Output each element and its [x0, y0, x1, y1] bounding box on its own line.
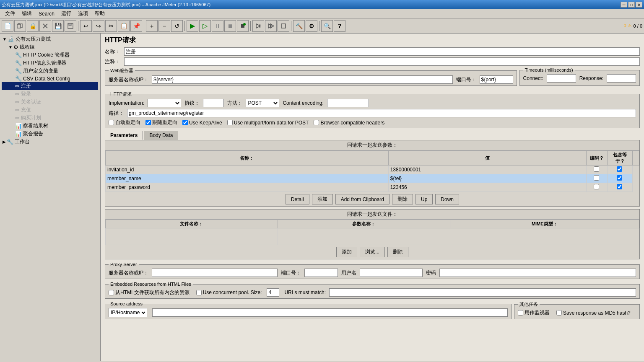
menu-run[interactable]: 运行 [58, 9, 75, 18]
protocol-input[interactable] [203, 99, 224, 107]
copy-button[interactable]: 📋 [118, 20, 130, 32]
tree-item-workbench[interactable]: ▶ 🔧 工作台 [2, 138, 98, 146]
play-button[interactable]: ▶ [187, 20, 198, 32]
tree-item-register[interactable]: ✏ 注册 [2, 82, 98, 90]
embedded-checkbox[interactable] [109, 290, 114, 295]
menu-options[interactable]: 选项 [75, 9, 91, 18]
table-row[interactable]: invitation_id 13800000001 [106, 165, 639, 174]
expand-button[interactable]: + [146, 20, 158, 32]
closetest-button[interactable] [39, 20, 51, 32]
tree-item-httpcookie[interactable]: 🔧 HTTP Cookie 管理器 [2, 51, 98, 59]
tree-item-csvdata[interactable]: 🔧 CSV Data Set Config [2, 75, 98, 82]
method-select[interactable]: POST GET [246, 99, 279, 107]
savemd5-checkbox[interactable] [556, 310, 562, 315]
remote-startall-button[interactable] [265, 20, 277, 32]
paste-button[interactable]: 📌 [130, 20, 142, 32]
follow-redirect-checkbox[interactable] [145, 120, 151, 125]
port-input[interactable] [480, 75, 513, 84]
param-value-cell[interactable]: 123456 [388, 183, 586, 192]
urls-input[interactable] [329, 288, 636, 297]
menu-file[interactable]: 文件 [2, 9, 18, 18]
menu-search[interactable]: Search [35, 10, 58, 18]
down-param-button[interactable]: Down [435, 194, 459, 204]
param-name-cell[interactable]: member_name [106, 174, 389, 183]
minimize-button[interactable]: ─ [621, 2, 627, 8]
saveas-button[interactable] [65, 20, 76, 32]
proxy-user-input[interactable] [360, 269, 423, 277]
tab-parameters[interactable]: Parameters [105, 131, 143, 140]
include-checkbox[interactable] [617, 175, 622, 181]
follow-redirect-label[interactable]: 跟随重定向 [145, 119, 177, 126]
close-button[interactable]: ✕ [636, 2, 642, 8]
proxy-password-input[interactable] [439, 269, 636, 277]
param-value-cell[interactable]: 13800000001 [388, 165, 586, 174]
add-file-button[interactable]: 添加 [336, 247, 357, 257]
add-from-clipboard-button[interactable]: Add from Clipboard [335, 194, 390, 204]
connect-input[interactable] [547, 74, 576, 83]
stop-button[interactable]: ⏹ [224, 20, 236, 32]
undo-button[interactable]: ↩ [80, 20, 92, 32]
tab-bodydata[interactable]: Body Data [144, 131, 178, 140]
param-include-cell[interactable] [608, 174, 633, 183]
concurrent-checkbox[interactable] [196, 290, 202, 295]
browse-file-button[interactable]: 浏览... [360, 247, 385, 257]
browser-compat-checkbox[interactable] [314, 120, 319, 125]
source-value-input[interactable] [152, 308, 508, 317]
proxy-port-input[interactable] [304, 269, 338, 277]
detail-button[interactable]: Detail [286, 194, 309, 204]
param-encode-cell[interactable] [587, 174, 608, 183]
delete-file-button[interactable]: 删除 [387, 247, 408, 257]
embedded-checkbox-label[interactable]: 从HTML文件获取所有内含的资源 [109, 289, 190, 296]
params-scroll[interactable]: 名称： 值 编码？ 包含等于？ invitation_id 1380000000… [105, 150, 639, 192]
include-checkbox[interactable] [617, 166, 622, 172]
name-input[interactable] [124, 47, 640, 56]
monitor-label[interactable]: 用作监视器 [518, 309, 550, 316]
menu-edit[interactable]: 编辑 [18, 9, 35, 18]
keepalive-checkbox[interactable] [182, 120, 188, 125]
tree-item-report[interactable]: 📊 聚合报告 [2, 130, 98, 138]
monitor-checkbox[interactable] [518, 310, 523, 315]
browser-compat-label[interactable]: Browser-compatible headers [314, 120, 384, 126]
param-value-cell[interactable]: ${tel} [388, 174, 586, 183]
param-name-cell[interactable]: invitation_id [106, 165, 389, 174]
pause-button[interactable]: ⏸ [212, 20, 223, 32]
delete-param-button[interactable]: 删除 [392, 194, 413, 204]
savemd5-label[interactable]: Save response as MD5 hash? [556, 310, 631, 316]
source-type-select[interactable]: IP/Hostname [109, 308, 147, 317]
table-row[interactable]: member_name ${tel} [106, 174, 639, 183]
auto-redirect-label[interactable]: 自动重定向 [109, 119, 140, 126]
cut-button[interactable]: ✂ [105, 20, 117, 32]
tree-item-threadgroup[interactable]: ▼ ⚙ 线程组 [2, 43, 98, 51]
param-name-cell[interactable]: member_password [106, 183, 389, 192]
table-row[interactable]: member_password 123456 [106, 183, 639, 192]
multipart-checkbox[interactable] [227, 120, 233, 125]
param-include-cell[interactable] [608, 183, 633, 192]
param-encode-cell[interactable] [587, 165, 608, 174]
server-input[interactable] [152, 75, 452, 84]
help-button[interactable]: ? [334, 20, 345, 32]
maximize-button[interactable]: □ [628, 2, 635, 8]
add-param-button[interactable]: 添加 [312, 194, 333, 204]
encode-checkbox[interactable] [594, 184, 599, 189]
auto-redirect-checkbox[interactable] [109, 120, 114, 125]
encode-checkbox[interactable] [594, 175, 599, 181]
tree-item-charge[interactable]: ✏ 充值 [2, 106, 98, 114]
tree-item-httpheader[interactable]: 🔧 HTTP信息头管理器 [2, 59, 98, 67]
save-button[interactable]: 💾 [52, 20, 64, 32]
playall-button[interactable]: ▷ [199, 20, 211, 32]
param-encode-cell[interactable] [587, 183, 608, 192]
implementation-select[interactable] [148, 99, 181, 107]
tree-item-result[interactable]: 📊 察看结果树 [2, 122, 98, 130]
pool-size-input[interactable] [267, 288, 279, 297]
menu-help[interactable]: 帮助 [91, 9, 108, 18]
func-button[interactable]: ⚙ [306, 20, 317, 32]
keepalive-label[interactable]: Use KeepAlive [182, 120, 222, 126]
lock-button[interactable]: 🔒 [27, 20, 39, 32]
concurrent-checkbox-label[interactable]: Use concurrent pool. Size: [196, 290, 262, 295]
stopnow-button[interactable] [237, 20, 249, 32]
redo-button[interactable]: ↪ [93, 20, 104, 32]
remote-start-button[interactable] [252, 20, 264, 32]
search-button[interactable]: 🔍 [321, 20, 333, 32]
reset-button[interactable]: ↺ [171, 20, 183, 32]
multipart-label[interactable]: Use multipart/form-data for POST [227, 120, 309, 126]
